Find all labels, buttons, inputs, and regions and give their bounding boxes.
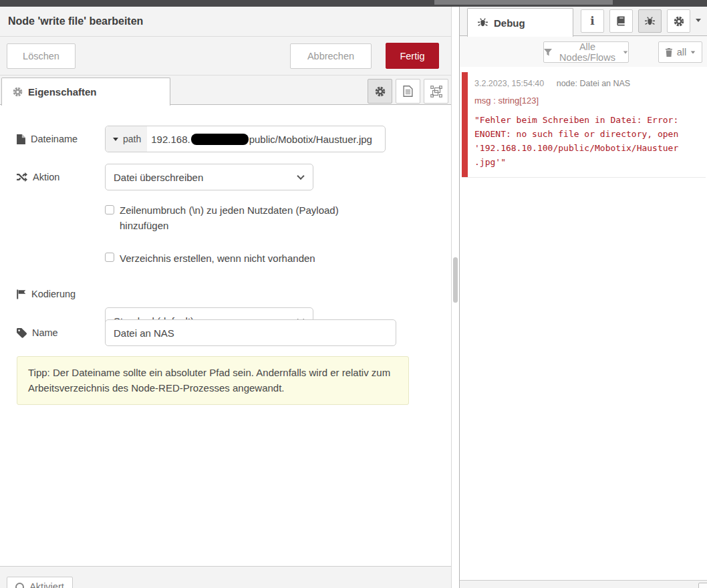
encoding-label-row: Kodierung bbox=[17, 281, 76, 307]
top-bar bbox=[0, 0, 707, 7]
gear-icon bbox=[674, 16, 684, 27]
filename-label-row: Dateiname bbox=[17, 126, 78, 152]
encoding-label: Kodierung bbox=[31, 289, 76, 299]
cancel-button[interactable]: Abbrechen bbox=[290, 43, 372, 69]
name-label: Name bbox=[32, 327, 58, 338]
append-newline-label: Zeilenumbruch (\n) zu jeden Nutzdaten (P… bbox=[120, 202, 387, 234]
selection-frame-icon bbox=[430, 86, 442, 98]
action-select[interactable]: Datei überschreiben bbox=[105, 164, 313, 190]
done-button[interactable]: Fertig bbox=[386, 43, 439, 69]
vertical-scrollbar-thumb[interactable] bbox=[453, 257, 458, 303]
filename-input[interactable]: path 192.168.public/Mobotix/Haustuer.jpg bbox=[105, 126, 386, 152]
filename-value-start: 192.168. bbox=[151, 134, 190, 145]
dialog-header: Node 'write file' bearbeiten bbox=[0, 7, 451, 37]
tab-debug[interactable]: Debug bbox=[467, 8, 573, 37]
horizontal-scrollbar-thumb[interactable] bbox=[434, 0, 613, 5]
node-enabled-toggle[interactable]: Aktiviert bbox=[7, 577, 73, 588]
document-icon bbox=[403, 86, 413, 97]
delete-button[interactable]: Löschen bbox=[7, 43, 76, 69]
debug-clear-button[interactable]: all bbox=[658, 41, 702, 63]
debug-filter-label: Alle Nodes/Flows bbox=[555, 41, 619, 63]
debug-timestamp: 3.2.2023, 15:54:40 bbox=[474, 79, 544, 88]
dialog-title: Node 'write file' bearbeiten bbox=[0, 7, 451, 36]
enabled-label: Aktiviert bbox=[29, 581, 64, 588]
tab-properties-label: Eigenschaften bbox=[28, 86, 97, 98]
debug-message: 3.2.2023, 15:54:40 node: Datei an NAS ms… bbox=[462, 72, 706, 178]
file-icon bbox=[17, 134, 25, 144]
debug-filter-button[interactable]: Alle Nodes/Flows bbox=[543, 41, 629, 63]
sidebar-collapse-caret-icon[interactable] bbox=[696, 19, 701, 22]
tab-debug-label: Debug bbox=[494, 17, 525, 29]
settings-sidebar-button[interactable] bbox=[667, 9, 690, 33]
edit-properties-button[interactable] bbox=[368, 79, 392, 104]
chevron-down-icon bbox=[297, 172, 304, 180]
info-sidebar-button[interactable]: i bbox=[581, 9, 604, 33]
debug-footer bbox=[460, 580, 707, 588]
gear-icon bbox=[13, 87, 23, 97]
flag-icon bbox=[17, 289, 26, 299]
debug-message-meta[interactable]: msg : string[123] bbox=[474, 96, 703, 106]
sidebar-tab-row: Debug i bbox=[460, 7, 707, 36]
shuffle-icon bbox=[17, 172, 27, 182]
open-debug-window-button[interactable] bbox=[698, 583, 707, 588]
caret-down-icon bbox=[623, 51, 627, 53]
create-dir-checkbox[interactable] bbox=[105, 253, 114, 262]
caret-down-icon bbox=[113, 138, 118, 141]
bug-icon bbox=[644, 16, 656, 27]
dialog-footer: Aktiviert bbox=[0, 566, 451, 588]
action-label-row: Aktion bbox=[17, 164, 59, 190]
filename-value: 192.168.public/Mobotix/Haustuer.jpg bbox=[147, 126, 372, 152]
error-level-bar bbox=[462, 72, 468, 177]
circle-icon bbox=[15, 583, 24, 588]
debug-clear-label: all bbox=[677, 47, 687, 57]
bug-icon bbox=[477, 17, 488, 28]
action-label: Aktion bbox=[33, 172, 59, 182]
funnel-icon bbox=[544, 49, 552, 56]
name-label-row: Name bbox=[17, 319, 58, 346]
tag-icon bbox=[17, 328, 27, 338]
debug-message-payload: "Fehler beim Schreiben in Datei: Error: … bbox=[474, 113, 682, 169]
gear-icon bbox=[375, 86, 386, 97]
redaction-blob bbox=[191, 134, 249, 145]
debug-message-header: 3.2.2023, 15:54:40 node: Datei an NAS bbox=[474, 77, 703, 89]
tip-box: Tipp: Der Dateiname sollte ein absoluter… bbox=[17, 356, 409, 405]
filename-label: Dateiname bbox=[31, 134, 78, 144]
create-dir-label: Verzeichnis erstellen, wenn nicht vorhan… bbox=[120, 251, 400, 266]
edit-appearance-button[interactable] bbox=[424, 79, 448, 104]
debug-message-list: 3.2.2023, 15:54:40 node: Datei an NAS ms… bbox=[460, 67, 707, 580]
edit-description-button[interactable] bbox=[396, 79, 420, 104]
dialog-form: Dateiname path 192.168.public/Mobotix/Ha… bbox=[0, 105, 451, 566]
tab-properties[interactable]: Eigenschaften bbox=[1, 78, 170, 106]
dialog-button-row: Löschen Abbrechen Fertig bbox=[0, 37, 451, 76]
help-sidebar-button[interactable] bbox=[609, 9, 633, 33]
debug-sidebar-button[interactable] bbox=[638, 9, 662, 33]
info-icon: i bbox=[590, 15, 594, 27]
name-input[interactable] bbox=[105, 319, 396, 346]
debug-source-node: node: Datei an NAS bbox=[557, 79, 631, 88]
caret-down-icon bbox=[691, 51, 695, 53]
debug-message-content: 3.2.2023, 15:54:40 node: Datei an NAS ms… bbox=[468, 72, 706, 169]
trash-icon bbox=[665, 48, 673, 57]
action-select-value: Datei überschreiben bbox=[114, 172, 203, 183]
filename-value-end: public/Mobotix/Haustuer.jpg bbox=[249, 134, 372, 145]
debug-toolbar: Alle Nodes/Flows all bbox=[460, 36, 707, 67]
dialog-tab-row: Eigenschaften bbox=[0, 76, 451, 105]
filename-type-button[interactable]: path bbox=[106, 126, 147, 152]
filename-type-label: path bbox=[123, 134, 141, 144]
edit-node-dialog: Node 'write file' bearbeiten Löschen Abb… bbox=[0, 7, 452, 588]
debug-sidebar: Debug i Alle Nodes/Flows bbox=[459, 7, 707, 588]
append-newline-checkbox[interactable] bbox=[105, 205, 114, 214]
book-icon bbox=[616, 16, 626, 26]
